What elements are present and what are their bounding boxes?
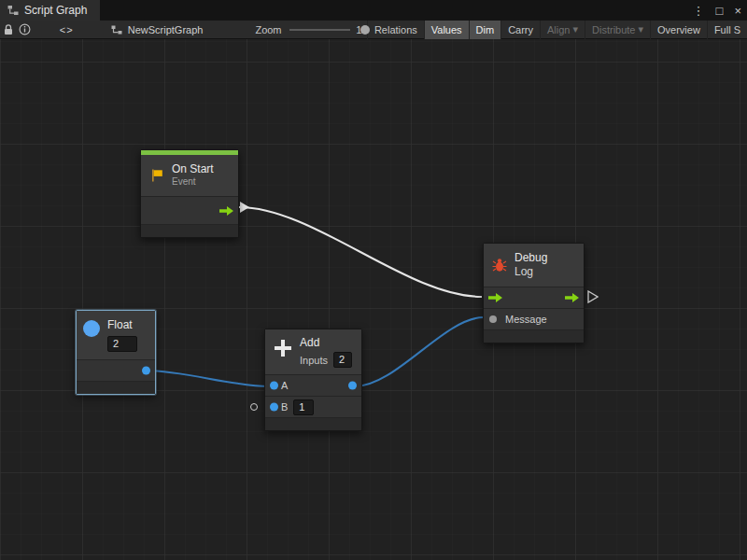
node-row-a: A xyxy=(265,374,361,396)
wire-onstart-to-debuglog[interactable] xyxy=(239,207,482,297)
script-graph-icon xyxy=(7,5,19,16)
graph-toolbar: <> NewScriptGraph Zoom 1x Relations Valu… xyxy=(0,21,747,39)
toolbar-button-relations[interactable]: Relations xyxy=(367,21,424,39)
chevron-down-icon: ▾ xyxy=(639,23,644,35)
maximize-icon[interactable]: □ xyxy=(716,5,724,17)
button-label: Align xyxy=(547,24,570,35)
graph-icon xyxy=(111,24,122,35)
node-header: Float 2 xyxy=(77,311,155,359)
node-footer xyxy=(141,224,238,237)
button-label: Values xyxy=(431,24,462,35)
node-float[interactable]: Float 2 xyxy=(76,310,156,395)
control-input-port[interactable] xyxy=(488,293,502,302)
wire-start-arrow-icon xyxy=(240,202,249,213)
button-label: Distribute xyxy=(592,24,635,35)
node-row xyxy=(141,196,238,224)
graph-canvas[interactable]: On Start Event Float 2 xyxy=(0,39,747,560)
tab-script-graph[interactable]: Script Graph xyxy=(0,0,100,21)
node-row xyxy=(484,287,584,308)
graph-name-label: NewScriptGraph xyxy=(128,24,204,35)
node-row xyxy=(77,359,155,381)
graph-breadcrumb[interactable]: NewScriptGraph xyxy=(111,24,204,35)
button-label: Carry xyxy=(508,24,533,35)
toolbar-buttons: Relations Values Dim Carry Align ▾ Distr… xyxy=(367,21,747,39)
zoom-slider-handle[interactable] xyxy=(360,25,370,35)
node-subtitle: Log xyxy=(514,265,547,279)
window-tab-bar: Script Graph ⋮ □ × xyxy=(0,0,747,21)
node-title: On Start xyxy=(172,162,214,175)
port-a-label: A xyxy=(281,380,288,391)
node-subtitle: Event xyxy=(172,175,214,189)
node-title: Float xyxy=(107,318,137,331)
message-port-label: Message xyxy=(505,314,547,325)
control-output-port[interactable] xyxy=(565,293,579,302)
button-label: Full S xyxy=(714,24,740,35)
button-label: Overview xyxy=(657,24,700,35)
node-debug-log[interactable]: Debug Log Message xyxy=(483,243,585,343)
flag-icon xyxy=(149,168,164,183)
node-header: Add Inputs 2 xyxy=(265,329,361,374)
window-controls: ⋮ □ × xyxy=(693,0,741,21)
node-title: Debug xyxy=(514,251,547,265)
chevron-down-icon: ▾ xyxy=(573,23,579,35)
dangling-port-circle-icon xyxy=(250,403,258,411)
bug-icon xyxy=(492,258,507,273)
info-icon[interactable] xyxy=(17,21,34,39)
float-icon xyxy=(83,320,100,337)
wire-float-to-add-a[interactable] xyxy=(146,371,269,386)
node-footer xyxy=(265,417,361,430)
node-title: Add xyxy=(300,336,352,349)
float-value-field[interactable]: 2 xyxy=(107,336,137,352)
code-icon[interactable]: <> xyxy=(54,24,79,35)
inputs-count-field[interactable]: 2 xyxy=(333,352,352,368)
button-label: Dim xyxy=(476,24,495,35)
flow-continuation-triangle-icon xyxy=(587,290,599,303)
toolbar-button-fullscreen[interactable]: Full S xyxy=(707,21,747,39)
plus-icon xyxy=(274,339,292,357)
toolbar-button-distribute[interactable]: Distribute ▾ xyxy=(585,21,650,39)
control-output-port[interactable] xyxy=(219,206,233,216)
float-output-port[interactable] xyxy=(142,367,150,375)
toolbar-button-carry[interactable]: Carry xyxy=(500,21,540,39)
node-add[interactable]: Add Inputs 2 A B 1 xyxy=(264,329,362,431)
inputs-label: Inputs xyxy=(300,355,328,366)
port-b-input[interactable] xyxy=(270,403,278,412)
toolbar-button-overview[interactable]: Overview xyxy=(650,21,707,39)
zoom-slider-track xyxy=(289,29,351,31)
port-b-label: B xyxy=(281,401,288,413)
toolbar-button-values[interactable]: Values xyxy=(424,21,469,39)
toolbar-button-align[interactable]: Align ▾ xyxy=(540,21,585,39)
lock-icon[interactable] xyxy=(0,21,17,39)
wire-add-to-message[interactable] xyxy=(355,317,484,386)
zoom-slider[interactable] xyxy=(289,21,351,39)
tab-title: Script Graph xyxy=(24,4,87,17)
close-icon[interactable]: × xyxy=(734,5,741,17)
port-b-value-field[interactable]: 1 xyxy=(293,399,314,415)
toolbar-button-dim[interactable]: Dim xyxy=(469,21,501,39)
port-a-input[interactable] xyxy=(270,382,278,390)
node-header: Debug Log xyxy=(484,244,584,287)
node-footer xyxy=(484,329,584,343)
message-input-port[interactable] xyxy=(489,315,497,323)
menu-icon[interactable]: ⋮ xyxy=(693,5,705,17)
node-footer xyxy=(77,381,155,394)
wire-layer xyxy=(0,39,747,560)
sum-output-port[interactable] xyxy=(348,382,357,390)
node-header: On Start Event xyxy=(141,155,238,196)
node-row-b: B 1 xyxy=(265,396,361,417)
zoom-label: Zoom xyxy=(255,24,281,35)
button-label: Relations xyxy=(374,24,417,35)
node-on-start[interactable]: On Start Event xyxy=(140,149,239,238)
node-row-message: Message xyxy=(484,308,584,329)
